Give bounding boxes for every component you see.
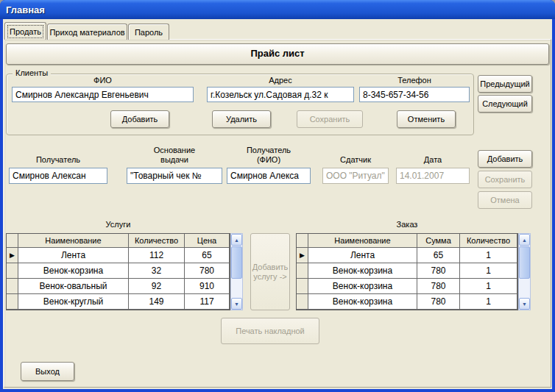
services-title: Услуги (6, 219, 230, 229)
cell: 780 (417, 263, 460, 279)
order-title: Заказ (296, 219, 518, 229)
table-row[interactable]: Венок-круглый149117 (7, 294, 230, 310)
client-delete-button[interactable]: Удалить (212, 110, 271, 128)
table-row[interactable]: Венок-корзина7801 (297, 294, 517, 310)
row-selector (297, 279, 308, 294)
services-scrollbar[interactable]: ▲ ▼ (230, 233, 243, 310)
add-service-button[interactable]: Добавить услугу -> (250, 233, 290, 310)
client-add-button[interactable]: Добавить (110, 110, 169, 128)
deliverer-label: Сдатчик (322, 143, 389, 165)
table-row[interactable]: Венок-корзина7801 (297, 279, 517, 294)
scroll-down-icon[interactable]: ▼ (519, 298, 530, 310)
print-invoice-button[interactable]: Печать накладной (221, 318, 319, 344)
address-label: Адрес (207, 76, 354, 85)
tab-label: Пароль (135, 28, 163, 37)
tab-focus-rect (7, 25, 43, 38)
cell: 1 (460, 248, 517, 263)
row-selector-arrow-icon: ▶ (7, 248, 18, 263)
row-selector (297, 263, 308, 279)
row-selector-arrow-icon: ▶ (297, 248, 308, 263)
price-list-header[interactable]: Прайс лист (6, 43, 549, 65)
scrollbar-thumb[interactable] (519, 246, 530, 279)
table-row[interactable]: Венок-корзина7801 (297, 263, 517, 279)
cell: 1 (460, 294, 517, 310)
recipient-label: Получатель (9, 143, 107, 165)
row-selector (7, 263, 18, 279)
row-selector-header (297, 234, 308, 248)
cell: 32 (129, 263, 185, 279)
row-selector (7, 294, 18, 310)
cell: 780 (417, 279, 460, 294)
table-row[interactable]: Венок-корзина32780 (7, 263, 230, 279)
column-header[interactable]: Наименование (18, 234, 129, 248)
tab-parol[interactable]: Пароль (128, 24, 169, 40)
order-table: НаименованиеСуммаКоличество▶Лента651Вено… (296, 233, 518, 310)
client-next-button[interactable]: Следующий (478, 95, 532, 113)
date-label: Дата (396, 143, 470, 165)
basis-input[interactable] (127, 168, 222, 184)
client-cancel-button[interactable]: Отменить (397, 110, 456, 128)
phone-input[interactable] (359, 87, 470, 102)
address-input[interactable] (207, 87, 354, 102)
deliverer-input[interactable] (322, 168, 389, 184)
table-row[interactable]: ▶Лента11265 (7, 248, 230, 263)
column-header[interactable]: Сумма (417, 234, 460, 248)
recipient-fio-input[interactable] (227, 168, 311, 184)
tab-prihod-materialov[interactable]: Приход материалов (47, 24, 127, 40)
cell: Лента (18, 248, 129, 263)
cell: 780 (417, 294, 460, 310)
recipient-fio-label: Получатель (ФИО) (238, 141, 299, 165)
cell: 1 (460, 279, 517, 294)
cell: 149 (129, 294, 185, 310)
tab-label: Приход материалов (49, 28, 124, 37)
cell: Венок-круглый (18, 294, 129, 310)
cell: 910 (185, 279, 230, 294)
scrollbar-thumb[interactable] (231, 246, 242, 279)
column-header[interactable]: Количество (460, 234, 517, 248)
order-add-button[interactable]: Добавить (478, 150, 532, 168)
cell: 117 (185, 294, 230, 310)
fio-label: ФИО (12, 76, 194, 85)
cell: 1 (460, 263, 517, 279)
recipient-input[interactable] (9, 168, 107, 184)
scroll-up-icon[interactable]: ▲ (519, 234, 530, 246)
order-scrollbar[interactable]: ▲ ▼ (518, 233, 531, 310)
cell: 65 (185, 248, 230, 263)
table-row[interactable]: ▶Лента651 (297, 248, 517, 263)
exit-button[interactable]: Выход (21, 362, 74, 381)
scroll-down-icon[interactable]: ▼ (231, 298, 242, 310)
services-table: НаименованиеКоличествоЦена▶Лента11265Вен… (6, 233, 230, 310)
cell: 780 (185, 263, 230, 279)
client-area: Продать Приход материалов Пароль Прайс л… (3, 19, 552, 389)
cell: 92 (129, 279, 185, 294)
cell: Венок-корзина (18, 263, 129, 279)
client-save-button[interactable]: Сохранить (297, 110, 363, 128)
app-window: Главная Продать Приход материалов Пароль… (0, 0, 555, 392)
cell: Лента (308, 248, 417, 263)
column-header[interactable]: Цена (185, 234, 230, 248)
column-header[interactable]: Количество (129, 234, 185, 248)
cell: 112 (129, 248, 185, 263)
scroll-up-icon[interactable]: ▲ (231, 234, 242, 246)
column-header[interactable]: Наименование (308, 234, 417, 248)
order-cancel-button[interactable]: Отмена (478, 191, 532, 209)
tab-prodat[interactable]: Продать (4, 22, 46, 40)
table-row[interactable]: Венок-овальный92910 (7, 279, 230, 294)
cell: Венок-корзина (308, 263, 417, 279)
row-selector (7, 279, 18, 294)
titlebar[interactable]: Главная (0, 0, 555, 19)
basis-label: Основание выдачи (148, 141, 201, 165)
cell: 65 (417, 248, 460, 263)
cell: Венок-корзина (308, 279, 417, 294)
cell: Венок-корзина (308, 294, 417, 310)
cell: Венок-овальный (18, 279, 129, 294)
window-title: Главная (0, 4, 45, 15)
row-selector-header (7, 234, 18, 248)
row-selector (297, 294, 308, 310)
date-input[interactable] (396, 168, 470, 184)
order-save-button[interactable]: Сохранить (478, 171, 532, 188)
phone-label: Телефон (359, 76, 470, 85)
fio-input[interactable] (12, 87, 194, 102)
client-prev-button[interactable]: Предыдущий (478, 75, 532, 93)
